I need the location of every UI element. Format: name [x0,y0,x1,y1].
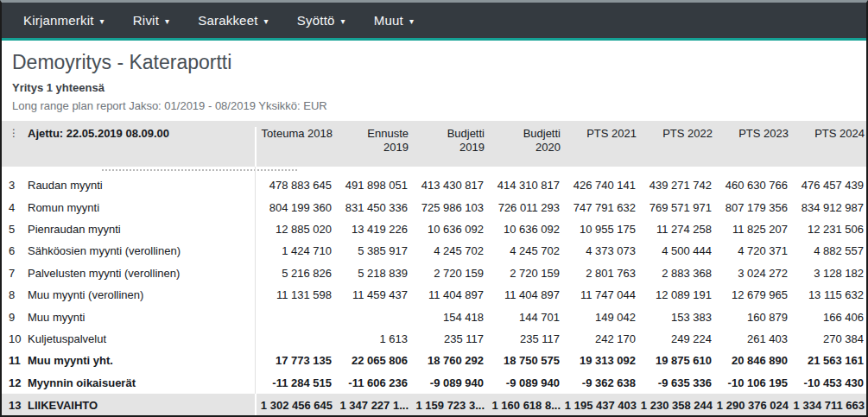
menu-bar: Kirjanmerkit ▾ Rivit ▾ Sarakkeet ▾ Syött… [2,3,866,38]
value-cell: 12 231 506 [788,223,864,236]
value-cell: 5 385 917 [332,244,408,257]
collapsed-rows-dots [102,169,297,171]
row-number: 9 [2,311,28,324]
row-values: 1 424 710 5 385 917 4 245 702 4 245 702 … [255,240,867,262]
value-cell: 414 310 817 [484,179,560,192]
value-cell: 2 801 763 [560,267,636,280]
row-label: Raudan myynti [28,179,103,192]
value-cell: 13 115 632 [788,288,864,301]
row-label: Pienraudan myynti [28,223,121,236]
row-values: 1 302 456 645 1 347 227 1... 1 159 723 3… [255,394,868,417]
value-cell: 12 679 965 [712,288,788,301]
column-header-budjetti-2019: Budjetti 2019 [409,127,485,155]
column-header-budjetti-2020: Budjetti 2020 [485,127,561,155]
value-cell: 11 131 598 [256,288,332,301]
value-cell: 1 347 227 1... [333,399,409,412]
row-label-area: 13 LIIKEVAIHTO [2,399,255,412]
value-cell: 13 419 226 [332,223,408,236]
row-number: 10 [2,332,28,345]
value-cell: 5 216 826 [256,267,332,280]
row-label-area: 3 Raudan myynti [2,179,255,192]
value-cell: 149 042 [560,311,636,324]
table-row: 6 Sähköosien myynti (verollinen) 1 424 7… [2,240,866,262]
value-cell: 1 334 711 663 [789,399,865,412]
kebab-menu-icon[interactable]: ⋮ [2,127,28,139]
menu-item-label: Rivit [133,13,159,28]
menu-item-muut[interactable]: Muut ▾ [374,13,414,28]
value-cell: -9 362 638 [560,376,636,389]
table-row: 8 Muu myynti (verollinen) 11 131 598 11 … [2,284,866,306]
menu-item-kirjanmerkit[interactable]: Kirjanmerkit ▾ [23,13,105,28]
value-cell: 144 701 [484,311,560,324]
value-cell: 1 290 376 024 [713,399,789,412]
value-cell: 261 403 [712,332,788,345]
value-cell: 19 875 610 [636,354,712,367]
value-cell: 235 117 [408,332,484,345]
row-number: 11 [2,354,28,367]
value-cell: 10 955 175 [560,223,636,236]
value-cell: 11 825 207 [712,223,788,236]
table-row: 4 Romun myynti 804 199 360 831 450 336 7… [2,196,866,218]
column-separator [255,167,256,174]
row-label-area: 11 Muu myynti yht. [2,354,255,367]
value-cell: -9 635 336 [636,376,712,389]
menu-item-label: Muut [374,13,403,28]
row-label-area: 5 Pienraudan myynti [2,223,255,236]
value-cell: 10 636 092 [484,223,560,236]
value-cell: 4 373 073 [560,244,636,257]
table-row: 9 Muu myynti 154 418 144 701 149 042 153… [2,306,866,327]
value-cell: 1 159 723 3... [409,399,485,412]
value-cell: 3 128 182 [788,267,864,280]
value-cell: 18 750 575 [484,354,560,367]
row-values: 17 773 135 22 065 806 18 760 292 18 750 … [255,350,867,371]
value-cell: 12 885 020 [256,223,332,236]
value-cell: 17 773 135 [256,354,332,367]
value-cell: 1 613 [332,332,408,345]
value-cell: 249 224 [636,332,712,345]
value-cell: 413 430 817 [408,179,484,192]
column-header-pts-2021: PTS 2021 [561,127,637,141]
value-cell: 11 404 897 [484,288,560,301]
value-cell: 769 571 971 [636,201,712,214]
value-cell: 460 630 766 [712,179,788,192]
value-cell: 153 383 [636,311,712,324]
menu-item-syotto[interactable]: Syöttö ▾ [297,13,345,28]
value-cell: -10 453 430 [788,376,864,389]
report-table: ⋮ Ajettu: 22.05.2019 08.09.00 Toteuma 20… [2,121,866,417]
value-cell: 160 879 [712,311,788,324]
row-label-area: 12 Myynnin oikaisuerät [2,376,255,389]
value-cell: 4 245 702 [408,244,484,257]
column-header-pts-2023: PTS 2023 [713,127,789,141]
value-cell: 4 245 702 [484,244,560,257]
table-row: 12 Myynnin oikaisuerät -11 284 515 -11 6… [2,372,866,394]
row-label-area: 10 Kuljetuspalvelut [2,332,255,345]
app-window: Kirjanmerkit ▾ Rivit ▾ Sarakkeet ▾ Syött… [0,0,868,417]
value-cell: 4 720 371 [712,244,788,257]
value-cell: 166 406 [788,311,864,324]
value-cell: 491 898 051 [332,179,408,192]
column-header-pts-2022: PTS 2022 [637,127,713,141]
page-title: Demoyritys - Kateraportti [12,51,866,74]
menu-item-rivit[interactable]: Rivit ▾ [133,13,169,28]
report-subtitle: Yritys 1 yhteensä [12,81,866,94]
menu-item-label: Syöttö [297,13,335,28]
value-cell: 2 883 368 [636,267,712,280]
value-cell: 242 170 [560,332,636,345]
value-cell: -9 089 940 [408,376,484,389]
value-cell: 154 418 [408,311,484,324]
row-label: Muu myynti yht. [28,354,113,367]
menu-item-sarakkeet[interactable]: Sarakkeet ▾ [198,13,269,28]
chevron-down-icon: ▾ [264,17,269,26]
collapsed-rows-indicator [2,167,866,174]
row-values: 5 216 826 5 218 839 2 720 159 2 720 159 … [255,262,867,284]
menu-item-label: Sarakkeet [198,13,257,28]
value-cell: 12 089 191 [636,288,712,301]
row-number: 13 [2,399,28,412]
value-cell: 11 274 258 [636,223,712,236]
table-row: 3 Raudan myynti 478 883 645 491 898 051 … [2,174,866,196]
column-header-pts-2024: PTS 2024 [789,127,865,141]
row-values: -11 284 515 -11 606 236 -9 089 940 -9 08… [255,372,867,394]
table-row: 13 LIIKEVAIHTO 1 302 456 645 1 347 227 1… [2,394,866,417]
value-cell: 4 882 557 [788,244,864,257]
value-cell: 5 218 839 [332,267,408,280]
